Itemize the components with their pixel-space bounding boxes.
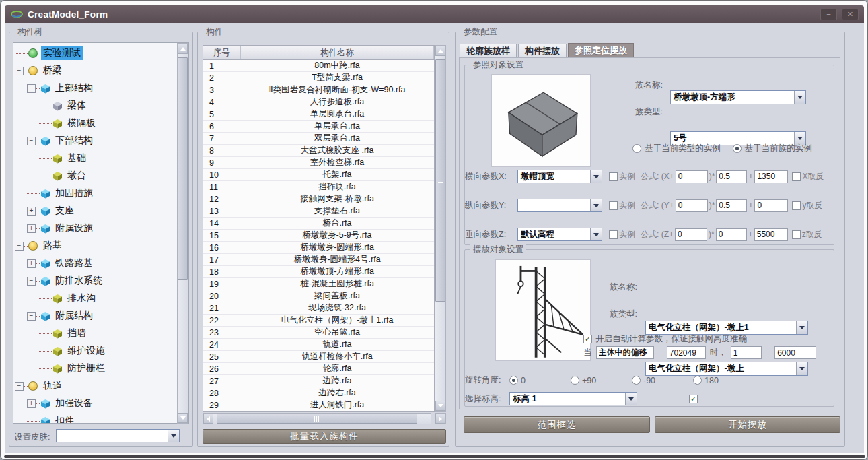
tree-item[interactable]: 实验测试 bbox=[13, 44, 188, 62]
range-select-button[interactable]: 范围框选 bbox=[464, 416, 650, 433]
collapse-icon[interactable]: − bbox=[27, 312, 36, 321]
table-row[interactable]: 17桥墩墩身-圆端形4号.rfa bbox=[203, 254, 434, 266]
param-y-instance-checkbox[interactable] bbox=[609, 201, 618, 210]
close-button[interactable] bbox=[842, 9, 859, 20]
table-scrollbar-thumb[interactable] bbox=[435, 59, 445, 302]
tree-item-label[interactable]: 桥梁 bbox=[41, 64, 64, 77]
minimize-button[interactable] bbox=[820, 9, 837, 20]
tree-item[interactable]: 挡墙 bbox=[13, 325, 188, 342]
table-scroll-right-button[interactable] bbox=[435, 413, 446, 424]
table-row[interactable]: 27边跨.rfa bbox=[203, 375, 434, 387]
skin-combo[interactable] bbox=[56, 429, 180, 442]
param-z-invert-checkbox[interactable] bbox=[792, 230, 801, 239]
rotation-option-180[interactable]: 180 bbox=[693, 376, 754, 385]
table-row[interactable]: 29进人洞铁门.rfa bbox=[203, 399, 434, 412]
expand-icon[interactable]: + bbox=[27, 224, 36, 233]
table-row[interactable]: 15桥墩墩身-5-9号.rfa bbox=[203, 230, 434, 242]
table-row[interactable]: 2T型简支梁.rfa bbox=[203, 72, 434, 84]
param-z-instance-checkbox[interactable] bbox=[609, 230, 618, 239]
param-x-offset-input[interactable] bbox=[676, 170, 708, 183]
tree-item[interactable]: +铁路路基 bbox=[13, 255, 188, 272]
tree-item-label[interactable]: 梁体 bbox=[65, 99, 88, 112]
table-row[interactable]: 26轮廓.rfa bbox=[203, 363, 434, 375]
rotation-radio[interactable] bbox=[509, 376, 518, 385]
scroll-up-icon[interactable] bbox=[435, 46, 445, 56]
scroll-down-icon[interactable] bbox=[435, 401, 445, 411]
table-row[interactable]: 20梁间盖板.rfa bbox=[203, 290, 434, 302]
tree-item-label[interactable]: 基础 bbox=[65, 152, 88, 165]
level-checkbox[interactable] bbox=[689, 395, 698, 403]
rotation-radio[interactable] bbox=[693, 376, 702, 385]
table-row[interactable]: 6单层承台.rfa bbox=[203, 121, 434, 133]
tree-item-label[interactable]: 挡墙 bbox=[65, 327, 88, 340]
table-row[interactable]: 13支撑垫石.rfa bbox=[203, 205, 434, 218]
expand-icon[interactable]: + bbox=[27, 259, 36, 268]
expand-icon[interactable]: + bbox=[27, 207, 36, 216]
tree-item[interactable]: 基础 bbox=[13, 150, 188, 167]
tree-item[interactable]: −桥梁 bbox=[13, 62, 188, 79]
tree-item-label[interactable]: 上部结构 bbox=[53, 81, 95, 95]
collapse-icon[interactable]: − bbox=[15, 382, 24, 391]
tree-item[interactable]: −附属结构 bbox=[13, 307, 188, 325]
table-row[interactable]: 22电气化立柱（网架）-墩上1.rfa bbox=[203, 315, 434, 327]
param-y-scale-input[interactable] bbox=[716, 199, 747, 212]
ref-family-name-combo[interactable]: 桥墩墩顶-方端形 bbox=[670, 90, 806, 104]
tree-item-label[interactable]: 下部结构 bbox=[53, 134, 95, 147]
column-header-index[interactable]: 序号 bbox=[203, 46, 241, 59]
tree-item[interactable]: +附属设施 bbox=[13, 220, 188, 237]
radio-current-family-instance[interactable] bbox=[733, 144, 742, 153]
param-y-offset-input[interactable] bbox=[676, 199, 708, 212]
tree-item[interactable]: −防排水系统 bbox=[13, 272, 188, 290]
tab-component-place[interactable]: 构件摆放 bbox=[518, 44, 567, 58]
table-row[interactable]: 180m中跨.rfa bbox=[203, 60, 434, 72]
tree-item[interactable]: 防护栅栏 bbox=[13, 360, 188, 377]
tree-item[interactable]: +加强设备 bbox=[13, 395, 188, 412]
table-row[interactable]: 18桥墩墩顶-方端形.rfa bbox=[203, 266, 434, 278]
collapse-icon[interactable]: − bbox=[15, 242, 24, 251]
collapse-icon[interactable]: − bbox=[27, 137, 36, 145]
tree-item-label[interactable]: 防排水系统 bbox=[53, 274, 104, 288]
tree-item[interactable]: 横隔板 bbox=[13, 114, 188, 132]
radio-current-type-instance[interactable] bbox=[632, 144, 641, 153]
batch-load-button[interactable]: 批量载入族构件 bbox=[203, 429, 446, 444]
tree-item[interactable]: −路基 bbox=[13, 237, 188, 255]
param-x-combo[interactable]: 墩帽顶宽 bbox=[517, 170, 602, 183]
when-value-input[interactable] bbox=[667, 346, 706, 359]
table-row[interactable]: 11挡砟块.rfa bbox=[203, 181, 434, 193]
rotation-option--90[interactable]: -90 bbox=[632, 376, 693, 385]
tree-item[interactable]: 排水沟 bbox=[13, 290, 188, 307]
tree-item-label[interactable]: 铁路路基 bbox=[53, 257, 95, 270]
table-row[interactable]: 8大盆式橡胶支座 .rfa bbox=[203, 145, 434, 157]
tree-item[interactable]: −上部结构 bbox=[13, 79, 188, 97]
tree-item-label[interactable]: 扣件 bbox=[53, 414, 76, 424]
scroll-up-icon[interactable] bbox=[178, 44, 188, 54]
tree-item[interactable]: 维护设施 bbox=[13, 342, 188, 360]
tree-item[interactable]: 扣件 bbox=[13, 412, 188, 424]
tree-item-label[interactable]: 维护设施 bbox=[65, 344, 107, 358]
auto-calc-checkbox[interactable] bbox=[583, 335, 592, 343]
param-x-scale-input[interactable] bbox=[716, 170, 747, 183]
param-z-const-input[interactable] bbox=[754, 228, 788, 241]
place-family-type-combo[interactable]: 电气化立柱（网架）-墩上 bbox=[645, 362, 808, 376]
table-row[interactable]: 25轨道杆检修小车.rfa bbox=[203, 351, 434, 363]
result-input[interactable] bbox=[774, 346, 816, 359]
param-y-combo[interactable] bbox=[517, 199, 602, 212]
collapse-icon[interactable]: − bbox=[27, 277, 36, 286]
table-row[interactable]: 7双层承台.rfa bbox=[203, 133, 434, 145]
table-row[interactable]: 24轨道.rfa bbox=[203, 339, 434, 351]
rotation-option-+90[interactable]: +90 bbox=[571, 376, 632, 385]
tree-item[interactable]: −轨道 bbox=[13, 377, 188, 395]
table-row[interactable]: 28边跨右.rfa bbox=[203, 387, 434, 399]
table-row[interactable]: 14桥台.rfa bbox=[203, 218, 434, 230]
table-vertical-scrollbar[interactable] bbox=[435, 45, 446, 412]
start-placement-button[interactable]: 开始摆放 bbox=[655, 416, 840, 433]
rotation-radio[interactable] bbox=[632, 376, 641, 385]
table-row[interactable]: 23空心吊篮.rfa bbox=[203, 327, 434, 339]
param-y-const-input[interactable] bbox=[754, 199, 788, 212]
table-row[interactable]: 16桥墩墩身-圆端形.rfa bbox=[203, 242, 434, 254]
chevron-down-icon[interactable] bbox=[794, 91, 805, 104]
collapse-icon[interactable]: − bbox=[15, 67, 24, 75]
tab-reference-place[interactable]: 参照定位摆放 bbox=[568, 43, 634, 58]
tree-item[interactable]: 梁体 bbox=[13, 97, 188, 114]
tree-item[interactable]: −下部结构 bbox=[13, 132, 188, 150]
